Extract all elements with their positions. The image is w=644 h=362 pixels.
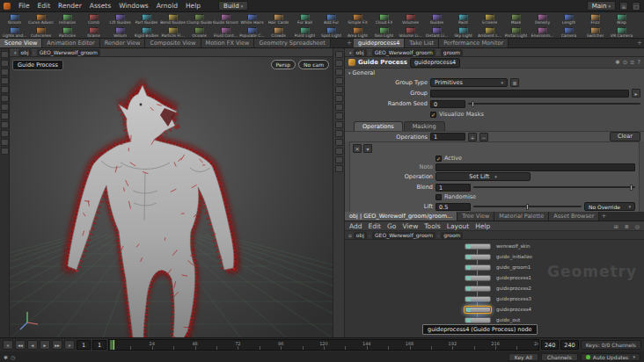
random-seed-slider[interactable] bbox=[468, 103, 640, 105]
shelf-tool[interactable]: Part Guides bbox=[134, 12, 159, 25]
operations-count-input[interactable]: 1 bbox=[430, 133, 465, 141]
shelf-tool[interactable]: Frizz bbox=[582, 12, 608, 25]
help-icon[interactable]: ? bbox=[638, 59, 640, 66]
shelf-tool[interactable]: Geo Light bbox=[371, 25, 397, 39]
shelf-tool[interactable]: Volume Li... bbox=[398, 25, 423, 39]
next-frame-button[interactable]: ▸▸ bbox=[52, 340, 62, 350]
network-node[interactable] bbox=[465, 286, 491, 292]
handles-icon[interactable] bbox=[335, 148, 343, 155]
auto-update-selector[interactable]: Auto Updates ▾ bbox=[581, 353, 640, 361]
front-view-icon[interactable] bbox=[335, 77, 343, 84]
collapse-triangle-icon[interactable]: ▾ bbox=[348, 70, 351, 76]
render-region-icon[interactable] bbox=[1, 139, 9, 146]
network-menu-help[interactable]: Help bbox=[475, 222, 490, 230]
operation-menu-icon[interactable]: ▾ bbox=[363, 144, 372, 153]
path-segment[interactable]: obj bbox=[18, 49, 32, 56]
realtime-toggle-icon[interactable]: ◷ bbox=[11, 354, 15, 360]
shelf-tool[interactable]: Crowds bbox=[266, 25, 291, 39]
shelf-tool[interactable]: Grains bbox=[81, 25, 106, 39]
shelf-tool[interactable]: Camera bbox=[556, 25, 582, 39]
shelf-tool[interactable]: Bend Guides bbox=[160, 12, 186, 25]
shelf-tool[interactable]: Curve Advect bbox=[28, 12, 54, 25]
lift-input[interactable]: 0.5 bbox=[435, 203, 471, 211]
display-options-icon[interactable] bbox=[335, 156, 343, 163]
construction-plane-icon[interactable] bbox=[1, 112, 9, 119]
top-view-icon[interactable] bbox=[335, 69, 343, 76]
shelf-tool[interactable]: Add Fur bbox=[318, 12, 344, 25]
lift-override-dropdown[interactable]: No Override▾ bbox=[584, 202, 635, 211]
blend-slider[interactable] bbox=[473, 186, 635, 188]
wireframe-icon[interactable] bbox=[335, 95, 343, 102]
hand-icon[interactable] bbox=[1, 60, 9, 67]
network-menu-add[interactable]: Add bbox=[349, 222, 362, 230]
operations-add-icon[interactable]: + bbox=[468, 133, 477, 141]
shelf-tool[interactable]: Screens bbox=[477, 12, 502, 25]
network-node[interactable] bbox=[465, 254, 491, 260]
group-type-dropdown[interactable]: Primitives▾ bbox=[430, 78, 508, 87]
end-frame-field[interactable]: 240 bbox=[541, 340, 559, 350]
gear-icon[interactable]: ✱ bbox=[615, 59, 619, 66]
pane-tab[interactable]: Performance Monitor bbox=[439, 39, 509, 47]
blend-input[interactable]: 1 bbox=[435, 184, 471, 192]
pane-tab[interactable]: Geometry Spreadsheet bbox=[254, 39, 330, 47]
viewport[interactable]: Guide Process Persp No cam bbox=[10, 57, 333, 337]
shelf-tool[interactable]: Initialize bbox=[55, 12, 80, 25]
network-snap-icon[interactable]: ⊞ bbox=[614, 223, 618, 229]
path-segment[interactable]: GEO_Werewolf_groom bbox=[372, 49, 435, 56]
key-all-button[interactable]: Key All bbox=[509, 353, 538, 361]
network-canvas[interactable]: Geometry guideprocess4 (Guide Process) n… bbox=[345, 240, 644, 337]
lift-slider[interactable] bbox=[473, 206, 582, 207]
shelf-tool[interactable]: Oceans bbox=[187, 25, 212, 39]
network-menu-edit[interactable]: Edit bbox=[369, 222, 382, 230]
pane-tab[interactable]: Material Palette bbox=[494, 212, 549, 221]
network-node[interactable] bbox=[465, 275, 491, 281]
shelf-tool[interactable]: Populate C... bbox=[239, 25, 265, 39]
shelf-tool[interactable]: Vellum bbox=[107, 25, 133, 39]
prev-key-button[interactable]: ◂◂ bbox=[15, 340, 26, 350]
active-checkbox[interactable]: ✓ bbox=[435, 156, 442, 162]
home-icon[interactable]: ⌂ bbox=[348, 232, 352, 238]
shelf-tool[interactable]: Length bbox=[556, 12, 582, 25]
group-select-arrow-icon[interactable]: ▸ bbox=[632, 89, 640, 98]
global-end-field[interactable]: 240 bbox=[560, 340, 578, 350]
shelf-tool[interactable]: Particles bbox=[55, 25, 80, 39]
menu-assets[interactable]: Assets bbox=[86, 2, 114, 10]
shelf-tool[interactable]: Fluid Cont... bbox=[213, 25, 238, 39]
werewolf-model[interactable] bbox=[68, 85, 234, 337]
group-input[interactable] bbox=[430, 90, 629, 98]
view-layout-icon[interactable] bbox=[335, 51, 343, 58]
tab-masking[interactable]: Masking bbox=[404, 121, 445, 131]
persp-button[interactable]: Persp bbox=[271, 60, 296, 69]
pin-icon[interactable]: ⊙ bbox=[623, 59, 627, 66]
network-search-icon[interactable]: ◎ bbox=[635, 223, 640, 229]
shelf-tool[interactable]: Paint bbox=[450, 12, 476, 25]
shaded-icon[interactable] bbox=[335, 104, 343, 111]
shelf-tool[interactable]: Spot Light bbox=[318, 25, 344, 39]
node-name-field[interactable]: guideprocess4 bbox=[410, 58, 460, 68]
path-segment[interactable]: obj bbox=[354, 49, 367, 56]
path-segment[interactable]: groom bbox=[441, 49, 463, 56]
path-segment[interactable]: obj bbox=[354, 232, 367, 239]
pane-tab[interactable]: Animation Editor bbox=[42, 39, 99, 47]
note-input[interactable] bbox=[435, 163, 635, 171]
pane-tab[interactable]: Asset Browser bbox=[549, 212, 599, 221]
shelf-tool[interactable]: Guides bbox=[424, 12, 450, 25]
menu-file[interactable]: File bbox=[15, 2, 33, 10]
timeline-ruler[interactable]: 24487296120144168192216240 bbox=[108, 339, 539, 351]
guides-icon[interactable] bbox=[335, 130, 343, 137]
menu-arnold[interactable]: Arnold bbox=[153, 2, 181, 10]
shelf-tool[interactable]: Hair Cards bbox=[266, 12, 291, 25]
pane-tab[interactable]: Render View bbox=[100, 39, 146, 47]
shelf-tool[interactable]: Guide Groom bbox=[213, 12, 238, 25]
visualize-masks-checkbox[interactable]: ✓ bbox=[430, 112, 436, 118]
side-view-icon[interactable] bbox=[335, 86, 343, 93]
menu-edit[interactable]: Edit bbox=[34, 2, 55, 10]
shelf-tool[interactable]: Simple FX bbox=[345, 12, 370, 25]
play-button[interactable]: ▸ bbox=[40, 340, 50, 350]
desktop-selector[interactable]: Build▾ bbox=[218, 1, 248, 11]
shelf-tool[interactable]: Cutscenes bbox=[28, 25, 54, 39]
zoom-icon[interactable] bbox=[1, 69, 9, 76]
network-tab[interactable]: obj | GEO_Werewolf_groom/groom... bbox=[345, 212, 457, 221]
network-node[interactable] bbox=[465, 317, 491, 323]
flipbook-icon[interactable] bbox=[1, 148, 9, 155]
